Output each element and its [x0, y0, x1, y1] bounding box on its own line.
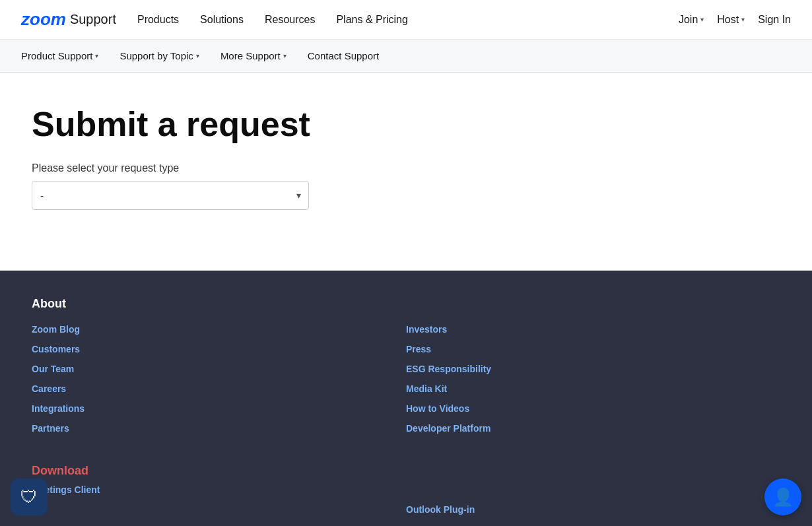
nav-host[interactable]: Host ▾ [717, 14, 745, 26]
footer: About Zoom Blog Customers Our Team Caree… [0, 271, 812, 526]
chat-icon: 👤 [772, 487, 794, 508]
security-badge-button[interactable]: 🛡 [11, 478, 48, 515]
footer-link-developer-platform[interactable]: Developer Platform [406, 423, 780, 434]
nav-resources[interactable]: Resources [265, 14, 315, 26]
footer-download-links: Meetings Client [32, 484, 780, 495]
nav-product-support[interactable]: Product Support ▾ [21, 50, 98, 61]
logo-link[interactable]: zoom Support [21, 9, 116, 30]
top-nav-right: Join ▾ Host ▾ Sign In [679, 14, 791, 26]
request-type-select[interactable]: - Billing Technical Issue Account [32, 181, 309, 210]
footer-link-customers[interactable]: Customers [32, 344, 406, 354]
chat-button[interactable]: 👤 [764, 478, 801, 515]
nav-solutions[interactable]: Solutions [200, 14, 244, 26]
footer-right-col: Investors Press ESG Responsibility Media… [406, 324, 780, 443]
support-by-topic-chevron-icon: ▾ [196, 52, 199, 59]
join-chevron-icon: ▾ [700, 16, 704, 23]
more-support-chevron-icon: ▾ [283, 52, 287, 59]
footer-link-integrations[interactable]: Integrations [32, 403, 406, 414]
request-type-label: Please select your request type [32, 162, 780, 174]
page-title: Submit a request [32, 104, 780, 144]
footer-columns: Zoom Blog Customers Our Team Careers Int… [32, 324, 780, 443]
request-type-wrapper: - Billing Technical Issue Account ▾ [32, 181, 309, 210]
nav-products[interactable]: Products [137, 14, 179, 26]
footer-download-section: Download Meetings Client Outlook Plug-in [32, 464, 780, 524]
top-nav: zoom Support Products Solutions Resource… [0, 0, 812, 40]
footer-link-press[interactable]: Press [406, 344, 780, 354]
nav-sign-in[interactable]: Sign In [758, 14, 791, 26]
footer-link-outlook-plugin[interactable]: Outlook Plug-in [406, 504, 780, 515]
footer-link-media-kit[interactable]: Media Kit [406, 383, 780, 394]
nav-more-support[interactable]: More Support ▾ [220, 50, 287, 61]
main-content: Submit a request Please select your requ… [0, 73, 812, 271]
secondary-nav: Product Support ▾ Support by Topic ▾ Mor… [0, 40, 812, 73]
footer-link-how-to-videos[interactable]: How to Videos [406, 403, 780, 414]
nav-plans-pricing[interactable]: Plans & Pricing [336, 14, 408, 26]
footer-link-partners[interactable]: Partners [32, 423, 406, 434]
footer-link-esg[interactable]: ESG Responsibility [406, 364, 780, 374]
shield-icon: 🛡 [20, 487, 38, 508]
footer-left-col: Zoom Blog Customers Our Team Careers Int… [32, 324, 406, 443]
logo-support: Support [70, 12, 116, 27]
host-chevron-icon: ▾ [741, 16, 745, 23]
nav-join[interactable]: Join ▾ [679, 14, 704, 26]
footer-download-label: Download [32, 464, 780, 478]
logo-zoom: zoom [21, 9, 66, 30]
nav-contact-support[interactable]: Contact Support [308, 50, 379, 61]
footer-about-label: About [32, 297, 780, 311]
footer-bottom-columns: Outlook Plug-in [32, 504, 780, 524]
footer-bottom-right: Outlook Plug-in [406, 504, 780, 524]
footer-link-careers[interactable]: Careers [32, 383, 406, 394]
footer-link-zoom-blog[interactable]: Zoom Blog [32, 324, 406, 335]
nav-support-by-topic[interactable]: Support by Topic ▾ [119, 50, 199, 61]
footer-bottom-left [32, 504, 406, 524]
footer-link-our-team[interactable]: Our Team [32, 364, 406, 374]
footer-link-investors[interactable]: Investors [406, 324, 780, 335]
top-nav-links: Products Solutions Resources Plans & Pri… [137, 14, 679, 26]
footer-link-meetings-client[interactable]: Meetings Client [32, 484, 780, 495]
product-support-chevron-icon: ▾ [95, 52, 98, 59]
